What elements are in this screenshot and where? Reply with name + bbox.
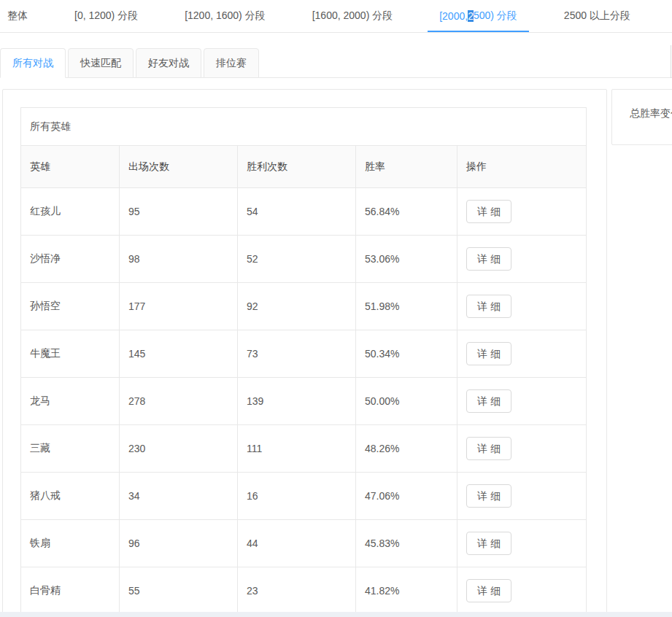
segment-tab-label-prefix: [2000,	[439, 10, 468, 22]
segment-tab-0[interactable]: 整体	[7, 0, 39, 32]
table-row: 红孩儿955456.84%详 细	[21, 188, 587, 236]
table-row: 三藏23011148.26%详 细	[21, 425, 587, 473]
winrate-cell: 50.34%	[356, 330, 457, 378]
segment-tab-3[interactable]: [1600, 2000) 分段	[301, 0, 405, 32]
detail-button[interactable]: 详 细	[466, 247, 511, 271]
wins-cell: 16	[238, 473, 356, 520]
table-row: 龙马27813950.00%详 细	[21, 378, 587, 425]
hero-name-cell: 牛魔王	[21, 330, 120, 378]
action-cell: 详 细	[457, 567, 587, 615]
detail-button[interactable]: 详 细	[466, 295, 511, 318]
detail-button[interactable]: 详 细	[466, 579, 511, 602]
table-row: 牛魔王1457350.34%详 细	[21, 330, 587, 378]
detail-button[interactable]: 详 细	[466, 200, 511, 223]
action-cell: 详 细	[457, 236, 587, 283]
detail-button[interactable]: 详 细	[466, 389, 511, 413]
column-header-2: 胜利次数	[238, 146, 356, 188]
plays-cell: 177	[120, 283, 238, 330]
winrate-cell: 56.84%	[356, 188, 457, 236]
column-header-3: 胜率	[356, 146, 457, 188]
table-caption-row: 所有英雄	[21, 108, 587, 146]
mode-tab-3[interactable]: 排位赛	[204, 48, 259, 78]
action-cell: 详 细	[457, 473, 587, 520]
winrate-panel-title: 总胜率变化	[630, 107, 672, 119]
table-row: 猪八戒341647.06%详 细	[21, 473, 587, 520]
hero-table-head: 所有英雄 英雄出场次数胜利次数胜率操作	[21, 108, 587, 188]
detail-button[interactable]: 详 细	[466, 342, 511, 365]
winrate-cell: 50.00%	[356, 378, 457, 425]
wins-cell: 139	[238, 378, 356, 425]
action-cell: 详 细	[457, 378, 587, 425]
action-cell: 详 细	[457, 425, 587, 473]
segment-tab-2[interactable]: [1200, 1600) 分段	[173, 0, 277, 32]
hero-table-body: 红孩儿955456.84%详 细沙悟净985253.06%详 细孙悟空17792…	[21, 188, 587, 615]
detail-button[interactable]: 详 细	[466, 532, 511, 555]
content-area: 所有英雄 英雄出场次数胜利次数胜率操作 红孩儿955456.84%详 细沙悟净9…	[0, 78, 672, 588]
column-header-0: 英雄	[21, 146, 120, 188]
hero-stats-table: 所有英雄 英雄出场次数胜利次数胜率操作 红孩儿955456.84%详 细沙悟净9…	[20, 107, 587, 615]
winrate-panel: 总胜率变化	[611, 89, 672, 145]
segment-tab-4[interactable]: [2000, 2500) 分段	[428, 0, 529, 32]
wins-cell: 52	[238, 236, 356, 283]
hero-stats-card: 所有英雄 英雄出场次数胜利次数胜率操作 红孩儿955456.84%详 细沙悟净9…	[2, 89, 607, 617]
winrate-cell: 48.26%	[356, 425, 457, 473]
segment-tab-bar: 整体[0, 1200) 分段[1200, 1600) 分段[1600, 2000…	[0, 0, 672, 33]
action-cell: 详 细	[457, 188, 587, 236]
page-bottom-strip	[0, 612, 672, 617]
wins-cell: 23	[238, 567, 356, 615]
mode-tab-bar: 所有对战快速匹配好友对战排位赛	[0, 48, 672, 78]
action-cell: 详 细	[457, 520, 587, 567]
mode-tab-1[interactable]: 快速匹配	[68, 48, 134, 78]
segment-tab-label-suffix: 500) 分段	[474, 9, 517, 23]
plays-cell: 230	[120, 425, 238, 473]
clipped-element-edge	[671, 45, 671, 78]
detail-button[interactable]: 详 细	[466, 437, 511, 460]
plays-cell: 145	[120, 330, 238, 378]
wins-cell: 73	[238, 330, 356, 378]
plays-cell: 98	[120, 236, 238, 283]
segment-tab-5[interactable]: 2500 以上分段	[552, 0, 642, 32]
winrate-cell: 51.98%	[356, 283, 457, 330]
column-header-4: 操作	[457, 146, 587, 188]
hero-name-cell: 龙马	[21, 378, 120, 425]
column-header-1: 出场次数	[120, 146, 238, 188]
winrate-cell: 53.06%	[356, 236, 457, 283]
table-row: 孙悟空1779251.98%详 细	[21, 283, 587, 330]
plays-cell: 34	[120, 473, 238, 520]
winrate-cell: 47.06%	[356, 473, 457, 520]
plays-cell: 278	[120, 378, 238, 425]
winrate-cell: 41.82%	[356, 567, 457, 615]
plays-cell: 95	[120, 188, 238, 236]
table-row: 铁扇964445.83%详 细	[21, 520, 587, 567]
plays-cell: 55	[120, 567, 238, 615]
selected-text-highlight: 2	[468, 10, 474, 22]
hero-name-cell: 白骨精	[21, 567, 120, 615]
mode-tab-2[interactable]: 好友对战	[136, 48, 201, 78]
segment-tab-1[interactable]: [0, 1200) 分段	[63, 0, 150, 32]
table-caption: 所有英雄	[21, 108, 587, 146]
table-header-row: 英雄出场次数胜利次数胜率操作	[21, 146, 587, 188]
hero-name-cell: 猪八戒	[21, 473, 120, 520]
action-cell: 详 细	[457, 283, 587, 330]
plays-cell: 96	[120, 520, 238, 567]
wins-cell: 92	[238, 283, 356, 330]
wins-cell: 44	[238, 520, 356, 567]
mode-tab-0[interactable]: 所有对战	[0, 48, 66, 78]
hero-name-cell: 沙悟净	[21, 236, 120, 283]
table-row: 白骨精552341.82%详 细	[21, 567, 587, 615]
hero-name-cell: 红孩儿	[21, 188, 120, 236]
table-row: 沙悟净985253.06%详 细	[21, 236, 587, 283]
wins-cell: 111	[238, 425, 356, 473]
wins-cell: 54	[238, 188, 356, 236]
hero-name-cell: 铁扇	[21, 520, 120, 567]
winrate-cell: 45.83%	[356, 520, 457, 567]
hero-name-cell: 孙悟空	[21, 283, 120, 330]
action-cell: 详 细	[457, 330, 587, 378]
detail-button[interactable]: 详 细	[466, 484, 511, 508]
hero-name-cell: 三藏	[21, 425, 120, 473]
